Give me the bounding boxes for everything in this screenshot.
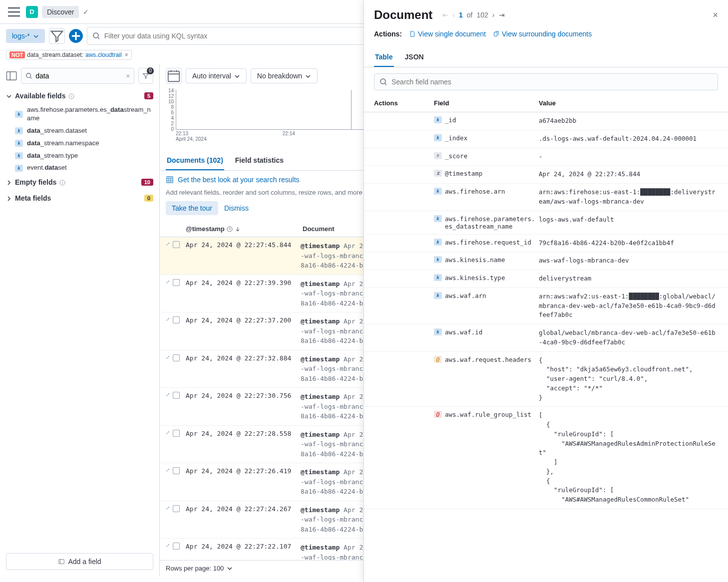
expand-icon[interactable]: ⤢ (166, 543, 170, 548)
expand-icon[interactable]: ⤢ (166, 354, 170, 360)
view-single-document-link[interactable]: View single document (409, 30, 486, 38)
tab-field-statistics[interactable]: Field statistics (234, 151, 285, 170)
expand-icon[interactable]: ⤢ (166, 430, 170, 435)
pager-prev-icon[interactable]: ‹ (452, 11, 455, 19)
doc-field-row[interactable]: ⧖@timestampApr 24, 2024 @ 22:27:45.844 (364, 166, 728, 184)
field-type-icon: k (434, 188, 442, 195)
dataview-selector[interactable]: logs-* (6, 29, 45, 43)
tab-documents[interactable]: Documents (102) (166, 151, 224, 170)
row-checkbox[interactable] (173, 543, 180, 550)
field-item[interactable]: kdata_stream.type (0, 150, 159, 162)
field-type-icon: # (434, 152, 442, 159)
sidebar-toggle-icon[interactable] (6, 70, 17, 82)
doc-field-row[interactable]: {}aws.waf.request.headers{ "host": "dkja… (364, 352, 728, 407)
row-checkbox[interactable] (173, 279, 180, 286)
expand-icon[interactable]: ⤢ (166, 505, 170, 511)
doc-field-row[interactable]: k_ida674aeb2bb (364, 112, 728, 130)
doc-field-row[interactable]: kaws.firehose.parameters.es_datastream_n… (364, 211, 728, 235)
doc-search-input[interactable] (391, 78, 713, 86)
field-item[interactable]: kdata_stream.namespace (0, 137, 159, 150)
field-type-icon: k (434, 239, 442, 246)
info-icon (68, 93, 74, 99)
calendar-icon-btn[interactable] (166, 68, 182, 84)
chevron-down-icon (227, 566, 233, 572)
keyword-type-icon: k (15, 165, 23, 172)
row-checkbox[interactable] (173, 316, 180, 323)
field-item[interactable]: kaws.firehose.parameters.es_datastream_n… (0, 104, 159, 125)
doc-field-row[interactable]: kaws.kinesis.nameaws-waf-logs-mbranca-de… (364, 252, 728, 270)
pager-last-icon[interactable]: ⇥ (499, 11, 505, 19)
keyword-type-icon: k (15, 152, 23, 159)
pager-next-icon[interactable]: › (492, 11, 495, 19)
chevron-down-icon (6, 93, 12, 99)
view-surrounding-documents-link[interactable]: View surrounding documents (493, 30, 592, 38)
doc-field-row[interactable]: kaws.firehose.arnarn:aws:firehose:us-eas… (364, 184, 728, 211)
add-filter-icon-btn[interactable] (69, 29, 83, 43)
available-fields-header[interactable]: Available fields 5 (0, 88, 159, 104)
field-type-icon: k (434, 274, 442, 281)
chevron-down-icon (305, 73, 311, 79)
row-checkbox[interactable] (173, 241, 180, 248)
add-field-button[interactable]: Add a field (6, 553, 153, 570)
keyword-type-icon: k (15, 140, 23, 147)
empty-fields-header[interactable]: Empty fields 10 (0, 174, 159, 190)
app-name[interactable]: Discover (42, 6, 79, 18)
row-checkbox[interactable] (173, 354, 180, 361)
row-checkbox[interactable] (173, 430, 180, 437)
svg-rect-3 (6, 72, 16, 80)
document-flyout: Document ⇤ ‹ 1 of 102 › ⇥ × Actions: Vie… (364, 0, 728, 576)
svg-rect-8 (168, 71, 180, 82)
table-icon (166, 176, 174, 184)
doc-field-row[interactable]: k_index.ds-logs-aws.waf-default-2024.04.… (364, 130, 728, 148)
svg-point-2 (93, 33, 98, 38)
chevron-down-icon (234, 73, 240, 79)
remove-filter-icon[interactable]: × (125, 51, 128, 58)
documents-icon (493, 30, 500, 37)
row-checkbox[interactable] (173, 392, 180, 399)
doc-field-row[interactable]: kaws.waf.idglobal/webacl/mbranca-dev-web… (364, 324, 728, 352)
expand-icon[interactable]: ⤢ (166, 279, 170, 285)
expand-icon[interactable]: ⤢ (166, 241, 170, 247)
index-icon (58, 558, 65, 565)
take-tour-button[interactable]: Take the tour (166, 201, 218, 215)
tab-table[interactable]: Table (374, 48, 394, 67)
field-type-icon: k (434, 215, 442, 222)
chevron-down-icon (33, 33, 39, 39)
row-checkbox[interactable] (173, 505, 180, 512)
doc-field-row[interactable]: kaws.firehose.request_id79cf8a16-4b86-42… (364, 235, 728, 253)
doc-field-row[interactable]: kaws.kinesis.typedeliverystream (364, 270, 728, 288)
clear-icon[interactable]: × (126, 72, 130, 80)
menu-icon[interactable] (6, 4, 22, 20)
field-type-icon: ⧖ (434, 170, 442, 177)
doc-field-row[interactable]: {}aws.waf.rule_group_list[ { "ruleGroupI… (364, 407, 728, 509)
tab-json[interactable]: JSON (404, 48, 425, 67)
field-search[interactable]: × (21, 68, 134, 84)
filter-icon-btn[interactable] (49, 28, 65, 44)
dismiss-link[interactable]: Dismiss (224, 204, 249, 212)
doc-field-row[interactable]: kaws.waf.arnarn:aws:wafv2:us-east-1:████… (364, 288, 728, 324)
svg-point-4 (26, 73, 31, 78)
meta-fields-header[interactable]: Meta fields 0 (0, 190, 159, 206)
field-type-icon: k (434, 116, 442, 123)
filter-chip[interactable]: NOT data_stream.dataset: aws.cloudtrail … (6, 50, 132, 60)
pager-first-icon[interactable]: ⇤ (442, 11, 448, 19)
arrow-down-icon[interactable] (235, 226, 241, 232)
row-checkbox[interactable] (173, 467, 180, 474)
doc-field-search[interactable] (374, 73, 718, 90)
callout-title: Get the best look at your search results (178, 176, 300, 184)
doc-field-row[interactable]: #_score- (364, 148, 728, 166)
breakdown-dropdown[interactable]: No breakdown (251, 68, 318, 83)
expand-icon[interactable]: ⤢ (166, 467, 170, 473)
field-filter-button[interactable]: 0 (138, 68, 153, 84)
field-item[interactable]: kevent.dataset (0, 162, 159, 174)
close-icon[interactable]: × (713, 10, 718, 20)
interval-dropdown[interactable]: Auto interval (186, 68, 247, 83)
clock-icon (227, 226, 233, 232)
field-type-icon: {} (434, 356, 442, 363)
chevron-down-icon[interactable]: ✓ (83, 8, 89, 16)
expand-icon[interactable]: ⤢ (166, 316, 170, 322)
expand-icon[interactable]: ⤢ (166, 392, 170, 397)
field-item[interactable]: kdata_stream.dataset (0, 125, 159, 137)
field-type-icon: k (434, 292, 442, 299)
field-search-input[interactable] (35, 72, 123, 80)
